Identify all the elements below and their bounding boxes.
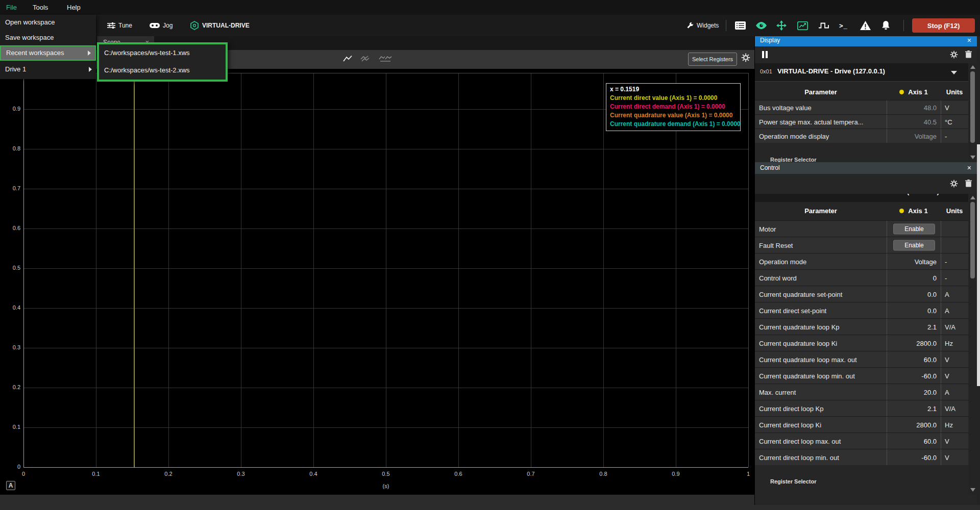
scroll-up-icon[interactable] <box>970 65 975 69</box>
table-row[interactable]: Current quadrature set-point 0.0 A <box>755 286 968 302</box>
scroll-down-icon[interactable] <box>970 156 975 159</box>
value-cell[interactable]: 60.0 <box>887 351 941 367</box>
value-text[interactable]: 2.1 <box>927 323 937 330</box>
table-row[interactable]: Current direct loop Ki 2800.0 Hz <box>755 416 968 432</box>
table-row[interactable]: Current quadrature loop Kp 2.1 V/A <box>755 318 968 335</box>
monitor-button[interactable] <box>755 18 767 33</box>
notifications-button[interactable] <box>881 18 890 33</box>
table-row[interactable]: Current direct loop min. out -60.0 V <box>755 449 968 465</box>
display-scrollbar[interactable] <box>969 63 977 162</box>
control-scrollbar[interactable] <box>969 194 977 495</box>
value-cell[interactable]: 0 <box>887 270 941 286</box>
value-cell[interactable]: 0.0 <box>887 286 941 302</box>
table-row[interactable]: Operation mode Voltage - <box>755 253 968 269</box>
value-cell[interactable]: 0.0 <box>887 302 941 318</box>
tune-button[interactable]: Tune <box>107 18 132 33</box>
table-row[interactable]: Current quadrature loop min. out -60.0 V <box>755 367 968 384</box>
enable-button[interactable]: Enable <box>893 240 935 250</box>
display-panel-header[interactable]: Display × <box>755 35 977 46</box>
jog-button[interactable]: Jog <box>150 18 173 33</box>
dock-scrollbar-thumb[interactable] <box>977 144 980 386</box>
dual-trace-icon[interactable] <box>360 55 371 62</box>
control-settings-gear-icon[interactable] <box>950 180 958 188</box>
control-drive-selector-clipped[interactable]: VIRTUAL-DRIVE - Drive (127.0.0.1) <box>755 194 968 202</box>
value-text[interactable]: 20.0 <box>924 388 937 396</box>
table-row[interactable]: Fault Reset Enable <box>755 237 968 253</box>
cursor-line[interactable] <box>134 73 135 467</box>
register-list-button[interactable] <box>735 18 746 33</box>
dock-scrollbar[interactable] <box>977 34 980 505</box>
console-button[interactable]: >_ <box>839 18 848 33</box>
display-trash-icon[interactable] <box>965 50 972 58</box>
control-panel-header[interactable]: Control × <box>755 162 977 174</box>
clipped-register-selector[interactable]: Register Selector <box>770 155 872 162</box>
value-cell[interactable]: 2.1 <box>887 319 941 335</box>
enable-button[interactable]: Enable <box>893 223 935 234</box>
value-text[interactable]: 60.0 <box>924 437 937 445</box>
table-row[interactable]: Max. current 20.0 A <box>755 384 968 400</box>
scope-chart[interactable]: 00.10.20.30.40.50.60.70.80.9100.10.20.30… <box>0 69 754 495</box>
table-row[interactable]: Current quadrature loop Ki 2800.0 Hz <box>755 335 968 351</box>
motion-button[interactable] <box>776 18 787 33</box>
value-text[interactable]: 2.1 <box>927 404 937 412</box>
value-cell[interactable]: Voltage <box>887 253 941 269</box>
register-selector-button[interactable]: Register Selector <box>770 478 816 484</box>
value-text[interactable]: -60.0 <box>921 372 937 379</box>
value-cell[interactable]: -60.0 <box>887 368 941 384</box>
stop-button[interactable]: Stop (F12) <box>912 18 975 33</box>
table-row[interactable]: Current quadrature loop max. out 60.0 V <box>755 351 968 367</box>
widgets-button[interactable]: Widgets <box>687 18 719 33</box>
value-text[interactable]: 2800.0 <box>916 339 937 347</box>
table-row[interactable]: Operation mode display Voltage - <box>755 129 968 143</box>
table-row[interactable]: Current direct loop Kp 2.1 V/A <box>755 400 968 416</box>
value-text[interactable]: Voltage <box>915 258 937 265</box>
submenu-item-ws-test-2[interactable]: C:/workspaces/ws-test-2.xws <box>99 62 226 79</box>
table-row[interactable]: Motor Enable <box>755 220 968 237</box>
waveform-button[interactable] <box>818 18 829 33</box>
display-close-icon[interactable]: × <box>967 36 971 44</box>
value-cell[interactable]: -60.0 <box>887 449 941 465</box>
chevron-down-icon[interactable] <box>951 71 957 74</box>
single-trace-icon[interactable] <box>343 55 352 62</box>
select-registers-button[interactable]: Select Registers <box>688 53 737 66</box>
menu-file[interactable]: File <box>3 0 20 15</box>
scrollbar-thumb[interactable] <box>970 202 975 278</box>
menu-item-recent-workspaces[interactable]: Recent workspaces <box>0 45 96 61</box>
table-row[interactable]: Power stage max. actual tempera... 40.5 … <box>755 114 968 129</box>
menu-help[interactable]: Help <box>64 0 84 15</box>
submenu-item-ws-test-1[interactable]: C:/workspaces/ws-test-1.xws <box>99 44 226 62</box>
value-text[interactable]: 0.0 <box>927 307 937 314</box>
value-cell[interactable]: Enable <box>887 221 941 237</box>
value-cell[interactable]: 60.0 <box>887 433 941 449</box>
menu-item-drive-1[interactable]: Drive 1 <box>0 62 96 77</box>
table-row[interactable]: Control word 0 - <box>755 269 968 286</box>
value-text[interactable]: 0 <box>933 274 937 282</box>
table-row[interactable]: Bus voltage value 48.0 V <box>755 100 968 114</box>
menu-item-save-workspace[interactable]: Save workspace <box>0 30 96 45</box>
scope-chart-button[interactable] <box>797 18 808 33</box>
pause-icon[interactable] <box>762 51 768 58</box>
table-row[interactable]: Current direct set-point 0.0 A <box>755 302 968 318</box>
value-text[interactable]: -60.0 <box>921 453 937 461</box>
value-cell[interactable]: 2.1 <box>887 400 941 416</box>
menu-item-open-workspace[interactable]: Open workspace <box>0 15 96 30</box>
display-settings-gear-icon[interactable] <box>950 50 958 59</box>
warnings-button[interactable] <box>860 18 871 33</box>
value-cell[interactable]: 2800.0 <box>887 417 941 432</box>
scope-settings-gear-icon[interactable] <box>741 53 750 62</box>
value-text[interactable]: 60.0 <box>924 355 937 363</box>
table-row[interactable]: Current direct loop max. out 60.0 V <box>755 432 968 449</box>
scrollbar-thumb[interactable] <box>970 71 975 143</box>
scroll-down-icon[interactable] <box>970 488 975 492</box>
value-text[interactable]: 0.0 <box>927 290 937 298</box>
value-text[interactable]: 2800.0 <box>916 421 937 428</box>
value-cell[interactable]: 2800.0 <box>887 335 941 351</box>
control-trash-icon[interactable] <box>965 180 972 187</box>
split-trace-icon[interactable] <box>379 55 392 62</box>
value-cell[interactable]: 20.0 <box>887 384 941 400</box>
control-close-icon[interactable]: × <box>967 164 971 172</box>
autoscale-button[interactable]: A <box>6 481 15 490</box>
virtual-drive-button[interactable]: VIRTUAL-DRIVE <box>190 18 250 33</box>
display-drive-selector[interactable]: 0x01 VIRTUAL-DRIVE - Drive (127.0.0.1) <box>755 63 968 82</box>
value-cell[interactable]: Enable <box>887 237 941 253</box>
